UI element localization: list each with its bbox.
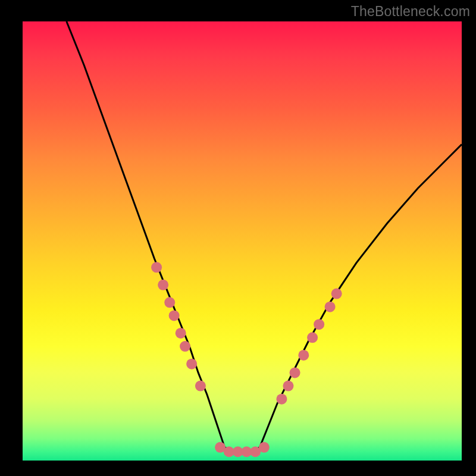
data-marker [180, 341, 190, 352]
data-marker [176, 328, 186, 339]
data-marker [325, 302, 336, 312]
data-marker [290, 367, 300, 378]
data-marker [283, 381, 293, 392]
chart-frame: TheBottleneck.com [0, 0, 476, 476]
data-marker [158, 280, 168, 290]
data-marker [151, 262, 162, 273]
curve-layer [23, 21, 462, 461]
watermark-text: TheBottleneck.com [351, 4, 470, 20]
data-marker [169, 310, 180, 321]
data-marker [298, 350, 309, 361]
data-marker [276, 394, 287, 405]
markers-group [151, 262, 342, 457]
data-marker [195, 381, 206, 392]
curve-right-curve [260, 145, 462, 447]
data-marker [307, 332, 318, 343]
data-marker [259, 442, 270, 453]
data-marker [314, 319, 324, 330]
data-marker [164, 297, 175, 308]
plot-area [23, 21, 462, 461]
curves-group [67, 21, 462, 452]
data-marker [186, 359, 197, 369]
data-marker [331, 289, 342, 299]
